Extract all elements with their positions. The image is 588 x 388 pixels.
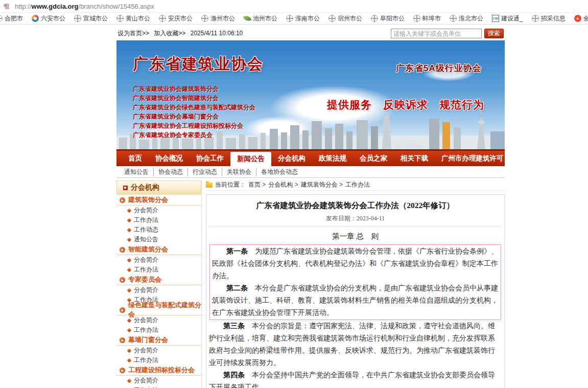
url-scheme: http:// [15,3,32,10]
pinwheel-favicon-icon [32,15,39,22]
nav-item-news[interactable]: 新闻公告 [230,152,271,166]
add-favorite-link[interactable]: 加入收藏>> [154,30,185,37]
sidebar-item-notices[interactable]: 通知公告 [116,235,201,244]
site-search: 搜索 [391,29,504,38]
sidebar-item-measures[interactable]: 工作办法 [116,325,201,335]
sidebar-item-measures[interactable]: 工作办法 [116,355,201,365]
sidebar-item-intro[interactable]: 分会简介 [116,346,201,355]
bookmark-item[interactable]: 宣城市公 [74,14,108,23]
bookmark-item[interactable]: 安庆市公 [159,14,193,23]
bookmark-item[interactable]: 黄山市公 [116,14,150,23]
site-banner: 广东省建筑业协会 广东省5A级行业协会 广东省建筑业协会建筑装饰分会 广东省建筑… [116,40,505,149]
branch-name: 广东省建筑业协会智能建筑分会 [133,94,255,103]
red-square-icon [123,186,128,190]
globe-icon [286,15,293,22]
sidebar-item-label: 分会简介 [134,346,158,355]
diamond-bullet-icon [127,348,131,352]
article-paragraph: 第四条 本分会坚持中国共产党的全面领导，在中共广东省建筑业协会支部委员会领导下开… [209,369,502,388]
sidebar-item-intro[interactable]: 分会简介 [116,255,201,265]
nav-item-contact[interactable]: 联系我们 [510,151,551,166]
nav-item-home[interactable]: 首页 [122,151,149,166]
sidebar-item-intro[interactable]: 分会简介 [116,285,201,295]
bookmark-item[interactable]: 建设通_ [492,14,523,23]
section-title-label: 智能建筑分会 [128,245,168,254]
branch-name: 广东省建筑业协会建筑装饰分会 [133,84,255,94]
sidebar-section-decoration[interactable]: 建筑装饰分会 [116,195,201,206]
breadcrumb-branches[interactable]: 分会机构 [268,180,298,189]
clause-label: 第一条 [226,247,248,255]
diamond-bullet-icon [127,267,131,271]
globe-icon [116,15,124,22]
bookmark-item[interactable]: 全国建筑 [574,14,588,23]
sidebar-section-experts[interactable]: 专家委员会 [116,275,201,285]
bookmark-item[interactable]: 招采信息 [532,14,566,23]
url-host: www.gdcia.org [32,3,79,10]
circle-arrow-icon [120,197,125,203]
section-title-label: 建筑装饰分会 [128,195,168,204]
bookmark-item[interactable]: 合肥市 [1,14,23,23]
sidebar-item-intro[interactable]: 分会简介 [116,206,201,215]
main-nav: 首页 协会概况 协会工作 新闻公告 分会机构 政策法规 会员之家 相关下载 广州… [116,149,505,166]
breadcrumb-home[interactable]: 首页 [248,180,266,189]
bookmark-item[interactable]: 淮南市公 [286,14,320,23]
search-input[interactable] [391,29,482,38]
nav-item-downloads[interactable]: 相关下载 [394,151,435,166]
branch-name: 广东省建筑业协会专家委员会 [133,130,255,140]
diamond-bullet-icon [127,288,131,292]
bookmark-item[interactable]: 阜阳市公 [371,14,405,23]
bookmark-item[interactable]: 滁州市公 [201,14,235,23]
subnav-item-industry-news[interactable]: 行业动态 [187,168,222,176]
url-text[interactable]: http://www.gdcia.org/branch/show/15456.a… [15,3,154,10]
diamond-bullet-icon [127,378,131,382]
globe-icon [413,15,420,22]
sidebar-item-measures[interactable]: 工作办法 [116,265,201,275]
bookmark-item[interactable]: 宿州市公 [328,14,362,23]
sidebar-item-label: 通知公告 [134,235,158,244]
sidebar: 分会机构 建筑装饰分会 分会简介 工作办法 工作动态 通知公告 智能建筑分会 分… [116,180,202,388]
sidebar-item-label: 工作办法 [134,386,158,388]
bookmark-item[interactable]: 池州市公 [244,14,277,23]
nav-item-gz-permit[interactable]: 广州市办理建筑许可 [435,151,510,166]
sidebar-item-label: 工作办法 [134,216,158,224]
sidebar-section-bidding[interactable]: 工程建设招标投标分会 [116,365,201,376]
site-title: 广东省建筑业协会 [133,54,264,75]
clause-label: 第三条 [223,322,245,330]
sidebar-item-updates[interactable]: 工作动态 [116,225,201,235]
nav-item-policy[interactable]: 政策法规 [312,151,353,166]
bookmark-label: 六安市公 [41,14,65,23]
breadcrumb-decoration-branch[interactable]: 建筑装饰分会 [301,180,343,189]
subnav-item-local-news[interactable]: 各地协会动态 [256,168,302,176]
clause-text: 本分会是广东省建筑业协会的分支机构，是由广东省建筑业协会会员中从事建筑装饰设计、… [212,284,498,316]
bookmark-label: 黄山市公 [126,14,150,23]
current-datetime: 2025/4/11 10:06:10 [191,30,243,37]
branch-name: 广东省建筑业协会绿色建造与装配式建筑分会 [133,103,255,112]
topbar-links: 设为首页>> 加入收藏>> 2025/4/11 10:06:10 [117,29,243,38]
bookmark-item[interactable]: 淮北市公 [450,14,483,23]
sidebar-section-smart-building[interactable]: 智能建筑分会 [116,244,201,255]
nav-item-branches[interactable]: 分会机构 [271,151,312,166]
globe-icon [328,15,336,22]
bookmark-item[interactable]: 六安市公 [32,14,65,23]
search-button[interactable]: 搜索 [484,29,504,38]
folder-icon [206,182,213,188]
national-emblem-icon [574,15,581,22]
sidebar-item-measures[interactable]: 工作办法 [116,385,201,388]
bookmark-item[interactable]: 蚌埠市 [413,14,441,23]
sidebar-section-curtain-wall[interactable]: 幕墙门窗分会 [116,335,201,346]
site-info-icon[interactable] [4,3,11,10]
sidebar-item-measures[interactable]: 工作办法 [116,215,201,225]
site-topbar: 设为首页>> 加入收藏>> 2025/4/11 10:06:10 搜索 [116,27,505,40]
nav-item-about[interactable]: 协会概况 [149,151,190,166]
nav-item-work[interactable]: 协会工作 [190,151,230,166]
subnav-item-notices[interactable]: 通知公告 [120,168,153,176]
sidebar-item-intro[interactable]: 分会简介 [116,376,201,385]
sidebar-header-label: 分会机构 [131,183,159,192]
set-home-link[interactable]: 设为首页>> [117,30,149,37]
browser-url-bar[interactable]: http://www.gdcia.org/branch/show/15456.a… [0,0,588,13]
article-paragraph: 第一条 为规范广东省建筑业协会建筑装饰分会管理，依据《广东省行业协会条例》、民政… [212,245,499,282]
nav-item-members[interactable]: 会员之家 [353,151,394,166]
subnav-item-related[interactable]: 关联协会 [222,168,256,176]
sidebar-section-green-building[interactable]: 绿色建造与装配式建筑分会 [116,305,201,315]
globe-icon [532,15,539,22]
subnav-item-assoc-news[interactable]: 协会动态 [153,168,187,176]
